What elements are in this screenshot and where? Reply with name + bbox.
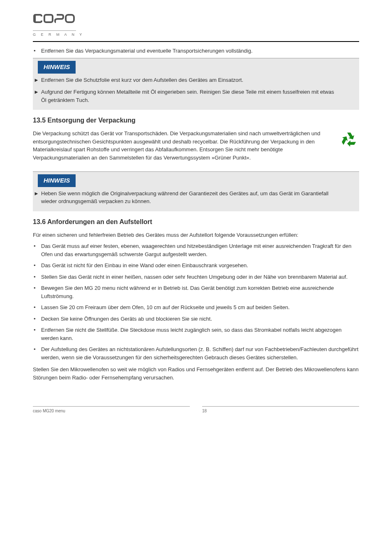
note-label-1: HINWEIS	[38, 61, 76, 74]
footer: caso MG20 menu 18	[33, 406, 359, 414]
logo-sub-text: G E R M A N Y	[33, 32, 359, 38]
location-intro: Für einen sicheren und fehlerfreien Betr…	[33, 231, 359, 239]
loc-item-2: Das Gerät ist nicht für den Einbau in ei…	[41, 261, 359, 270]
caso-logo-svg	[33, 13, 76, 25]
svg-rect-4	[66, 15, 74, 22]
footer-page-number: 18	[202, 409, 207, 413]
loc-item-3: Stellen Sie das Gerät nicht in einer hei…	[41, 273, 359, 281]
note-box-1: HINWEIS Entfernen Sie die Schutzfolie er…	[33, 58, 359, 110]
loc-item-4: Bewegen Sie den MG 20 menu nicht während…	[41, 284, 359, 300]
logo-brand-text	[33, 12, 359, 30]
intro-bullet: Entfernen Sie das Verpackungsmaterial un…	[41, 47, 359, 55]
loc-item-7: Entfernen Sie nicht die Stellfüße. Die S…	[41, 326, 359, 342]
footer-product: caso MG20 menu	[33, 409, 65, 413]
note2-item-1: Heben Sie wenn möglich die Originalverpa…	[41, 190, 359, 211]
packaging-text: Die Verpackung schützt das Gerät vor Tra…	[33, 130, 331, 162]
svg-rect-2	[34, 15, 36, 22]
logo: G E R M A N Y	[33, 12, 359, 38]
loc-item-5: Lassen Sie 20 cm Freiraum über dem Ofen,…	[41, 303, 359, 312]
svg-rect-3	[44, 15, 53, 22]
loc-item-6: Decken Sie keine Öffnungen des Geräts ab…	[41, 315, 359, 323]
loc-item-8: Der Aufstellung des Gerätes an nichtstat…	[41, 345, 359, 361]
location-final: Stellen Sie den Mikrowellenofen so weit …	[33, 365, 359, 382]
section-heading-location: 13.6 Anforderungen an den Aufstellort	[33, 217, 359, 227]
note-box-2: HINWEIS Heben Sie wenn möglich die Origi…	[33, 171, 359, 211]
section-heading-packaging: 13.5 Entsorgung der Verpackung	[33, 116, 359, 125]
recycle-icon	[339, 130, 359, 153]
loc-item-1: Das Gerät muss auf einer festen, ebenen,…	[41, 242, 359, 258]
note1-item-2: Aufgrund der Fertigung können Metallteil…	[41, 88, 359, 110]
note1-item-1: Entfernen Sie die Schutzfolie erst kurz …	[41, 76, 359, 87]
header-divider	[33, 41, 359, 42]
note-label-2: HINWEIS	[38, 174, 76, 187]
